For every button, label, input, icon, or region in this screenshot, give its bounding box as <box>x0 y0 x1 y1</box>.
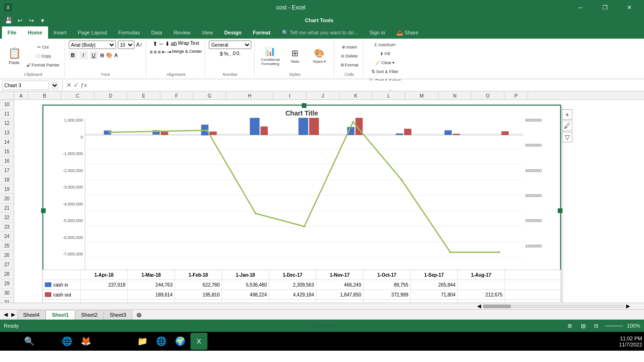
merge-center-icon[interactable]: Merge & Center <box>172 49 202 55</box>
sheet-tab-3[interactable]: Sheet3 <box>104 310 132 320</box>
normal-view-btn[interactable]: ⊞ <box>565 321 575 330</box>
col-header-a[interactable]: A <box>14 91 28 100</box>
sheet-tab-2[interactable]: Sheet2 <box>75 310 104 320</box>
folder-icon[interactable]: 📁 <box>134 333 151 350</box>
start-button[interactable]: ⊞ <box>2 333 19 350</box>
search-taskbar-btn[interactable]: 🔍 <box>21 333 38 350</box>
align-bottom-icon[interactable]: ⬇ <box>165 41 170 47</box>
minimize-button[interactable]: ─ <box>570 0 591 15</box>
excel-taskbar-icon[interactable]: X <box>190 333 207 350</box>
chart-resize-right[interactable] <box>558 208 562 213</box>
wrap-text-icon[interactable]: Wrap Text <box>178 41 199 47</box>
col-header-h[interactable]: H <box>226 91 273 100</box>
add-sheet-button[interactable]: ⊕ <box>134 310 144 320</box>
task-view-btn[interactable]: ❑ <box>40 333 57 350</box>
fill-button[interactable]: ⬇ Fill <box>367 49 403 58</box>
tab-file[interactable]: File <box>2 26 22 39</box>
col-header-l[interactable]: L <box>372 91 405 100</box>
conditional-formatting-button[interactable]: 📊 Conditional Formatting <box>258 43 282 69</box>
col-header-n[interactable]: N <box>438 91 471 100</box>
tab-format[interactable]: Format <box>247 26 276 39</box>
bold-button[interactable]: B <box>69 51 77 59</box>
align-center-icon[interactable]: ≡ <box>154 49 157 55</box>
col-header-m[interactable]: M <box>405 91 438 100</box>
orientation-icon[interactable]: ab <box>171 41 177 47</box>
col-header-o[interactable]: O <box>471 91 504 100</box>
font-color-icon[interactable]: A <box>115 52 118 58</box>
restore-button[interactable]: ❐ <box>594 0 616 15</box>
col-header-p[interactable]: P <box>504 91 528 100</box>
align-top-icon[interactable]: ⬆ <box>153 41 157 47</box>
currency-icon[interactable]: $ <box>220 51 223 57</box>
borders-icon[interactable]: ⊞ <box>100 52 104 58</box>
col-header-d[interactable]: D <box>94 91 127 100</box>
col-header-g[interactable]: G <box>193 91 226 100</box>
firefox-icon[interactable]: 🦊 <box>77 333 94 350</box>
cell-styles-button[interactable]: 🎨 Styles ▾ <box>307 43 331 69</box>
tab-formulas[interactable]: Formulas <box>113 26 146 39</box>
col-header-e[interactable]: E <box>127 91 160 100</box>
comma-icon[interactable]: , <box>229 51 231 57</box>
scroll-thumb[interactable] <box>483 304 511 308</box>
copy-button[interactable]: 📄 Copy <box>25 52 62 60</box>
tab-tell-me[interactable]: 🔍 Tell me what you want to do... <box>276 26 364 39</box>
indent-dec-icon[interactable]: ⇤ <box>162 49 166 55</box>
paste-button[interactable]: 📋 Paste <box>5 43 24 69</box>
formula-input[interactable] <box>89 81 642 90</box>
indent-inc-icon[interactable]: ⇥ <box>167 49 171 55</box>
pen-icon[interactable]: ✏ <box>115 333 132 350</box>
page-layout-btn[interactable]: ▤ <box>578 321 588 330</box>
chart-styles-btn[interactable]: 🖊 <box>562 121 572 131</box>
globe-icon[interactable]: 🌍 <box>172 333 189 350</box>
col-header-b[interactable]: B <box>28 91 61 100</box>
shield-taskbar-icon[interactable]: 🛡 <box>96 333 113 350</box>
tab-view[interactable]: View <box>196 26 219 39</box>
font-name-select[interactable]: Arial (Body) <box>69 41 116 49</box>
underline-button[interactable]: U <box>90 51 98 59</box>
col-header-j[interactable]: J <box>306 91 339 100</box>
sort-filter-button[interactable]: ⇅ Sort & Filter <box>367 67 403 76</box>
sheet-tab-1[interactable]: Sheet1 <box>46 310 75 320</box>
tab-share[interactable]: 📤 Share <box>391 26 424 39</box>
name-box-dropdown[interactable]: ▾ <box>51 81 58 90</box>
col-header-c[interactable]: C <box>61 91 94 100</box>
tab-insert[interactable]: Insert <box>48 26 73 39</box>
chart-resize-top[interactable] <box>302 103 306 108</box>
browser-icon[interactable]: 🌐 <box>153 333 170 350</box>
number-format-select[interactable]: General <box>209 41 251 49</box>
edge-icon[interactable]: 🌐 <box>58 333 75 350</box>
horizontal-scrollbar[interactable]: ◀ ▶ <box>0 303 644 309</box>
font-grow-icon[interactable]: A↑ <box>136 41 143 48</box>
tab-home[interactable]: Home <box>22 26 48 39</box>
cancel-formula-icon[interactable]: ✕ <box>66 82 72 89</box>
col-header-i[interactable]: I <box>273 91 306 100</box>
insert-button[interactable]: ⊕ Insert <box>339 43 361 51</box>
dec-dec-icon[interactable]: 0. <box>237 51 240 57</box>
font-size-select[interactable]: 10 <box>118 41 134 49</box>
tab-page-layout[interactable]: Page Layout <box>72 26 113 39</box>
percent-icon[interactable]: % <box>224 51 229 57</box>
format-button[interactable]: ⚙ Format <box>339 61 361 69</box>
format-painter-button[interactable]: 🖌 Format Painter <box>25 61 62 69</box>
sheet-scroll-right[interactable]: ▶ <box>9 312 17 318</box>
page-break-btn[interactable]: ⊟ <box>592 321 601 330</box>
tab-signin[interactable]: Sign in <box>363 26 391 39</box>
save-quick-btn[interactable]: 💾 <box>4 16 13 25</box>
chart-resize-left[interactable] <box>41 208 46 213</box>
col-header-f[interactable]: F <box>160 91 193 100</box>
dec-inc-icon[interactable]: .0 <box>231 51 235 57</box>
autosum-button[interactable]: Σ AutoSum <box>367 41 403 49</box>
close-button[interactable]: ✕ <box>619 0 640 15</box>
format-table-button[interactable]: ⊞ Table <box>283 43 306 69</box>
cut-button[interactable]: ✂ Cut <box>25 43 62 51</box>
col-header-k[interactable]: K <box>339 91 372 100</box>
delete-button[interactable]: ⊖ Delete <box>339 52 361 60</box>
redo-quick-btn[interactable]: ↪ <box>26 16 36 25</box>
tab-data[interactable]: Data <box>146 26 168 39</box>
chart-add-element-btn[interactable]: + <box>562 109 572 120</box>
scroll-left-btn[interactable]: ◀ <box>477 303 481 309</box>
sheet-tab-4[interactable]: Sheet4 <box>17 310 46 320</box>
undo-quick-btn[interactable]: ↩ <box>15 16 25 25</box>
scroll-track[interactable] <box>483 304 624 308</box>
sheet-scroll-left[interactable]: ◀ <box>2 312 9 318</box>
